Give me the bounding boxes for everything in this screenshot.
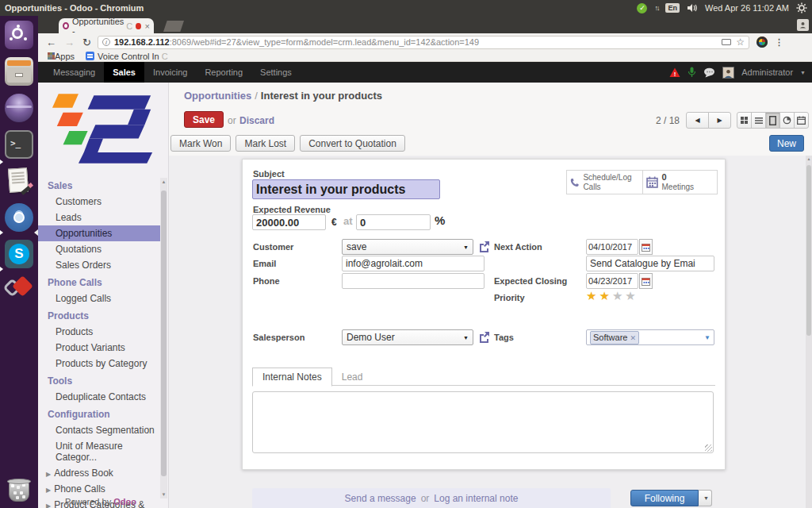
file-manager-icon[interactable] [5, 57, 33, 86]
update-status-icon[interactable]: ✓ [637, 3, 647, 13]
volume-icon[interactable] [687, 3, 698, 13]
pager-next-button[interactable]: ▶ [708, 112, 731, 129]
textarea-resize-handle[interactable] [705, 444, 712, 452]
expected-closing-date-input[interactable] [586, 273, 638, 289]
sidebar-item-products[interactable]: Products [38, 324, 163, 340]
next-action-datepicker-button[interactable] [639, 239, 653, 255]
session-gear-icon[interactable] [796, 2, 807, 13]
clock[interactable]: Wed Apr 26 11:02 AM [705, 3, 789, 13]
back-icon[interactable]: ← [46, 37, 56, 48]
sidebar-item-leads[interactable]: Leads [38, 210, 163, 225]
mark-won-button[interactable]: Mark Won [170, 135, 231, 152]
internal-notes-textarea[interactable] [252, 391, 714, 453]
trash-icon[interactable] [5, 476, 33, 505]
sidebar-item-product-variants[interactable]: Product Variants [38, 340, 163, 356]
nav-messaging[interactable]: Messaging [44, 62, 104, 83]
convert-to-quotation-button[interactable]: Convert to Quotation [300, 135, 405, 152]
scroll-up-icon[interactable]: ▲ [806, 156, 812, 161]
next-action-summary-input[interactable] [586, 256, 714, 271]
text-editor-icon[interactable] [5, 167, 33, 195]
salesperson-external-link-icon[interactable] [478, 331, 490, 343]
expected-closing-datepicker-button[interactable] [639, 273, 653, 289]
user-menu[interactable]: Administrator [741, 67, 793, 77]
meetings-button[interactable]: 0Meetings [642, 171, 718, 194]
sidebar-item-phone-calls[interactable]: ▶Phone Calls [38, 481, 163, 497]
scroll-down-icon[interactable]: ▼ [160, 492, 167, 497]
bookmark-voice-control[interactable]: Voice Control In [98, 52, 159, 61]
skype-icon[interactable]: S [5, 240, 33, 268]
customer-select[interactable]: save▼ [342, 239, 473, 255]
view-calendar-button[interactable] [794, 112, 809, 129]
nav-settings[interactable]: Settings [251, 62, 301, 83]
customer-external-link-icon[interactable] [478, 241, 490, 252]
nav-reporting[interactable]: Reporting [196, 62, 251, 83]
warning-icon[interactable]: ! [669, 67, 680, 78]
view-form-button[interactable] [765, 112, 780, 129]
reload-icon[interactable]: ↻ [82, 37, 91, 48]
save-button[interactable]: Save [184, 111, 224, 128]
browser-menu-icon[interactable]: ⋮ [775, 37, 783, 48]
url-bar[interactable]: i 192.168.2.112 :8069/web#id=27&view_typ… [98, 36, 749, 49]
network-arrows-icon[interactable]: ↑↓ [654, 4, 658, 12]
discard-link[interactable]: Discard [239, 115, 274, 126]
forward-icon[interactable]: → [64, 37, 75, 48]
sidebar-scrollbar[interactable]: ▲ ▼ [160, 178, 167, 498]
tab-internal-notes[interactable]: Internal Notes [252, 368, 332, 387]
mic-icon[interactable] [688, 67, 696, 78]
priority-stars[interactable]: ★★★★ [586, 289, 638, 303]
browser-profile-button[interactable] [797, 19, 809, 31]
eclipse-icon[interactable] [5, 94, 33, 122]
tags-caret-icon[interactable]: ▼ [704, 334, 710, 341]
avatar[interactable] [722, 67, 734, 79]
page-info-icon[interactable]: i [102, 38, 110, 46]
ubuntu-dash-icon[interactable] [5, 21, 33, 49]
next-action-date-input[interactable] [586, 239, 638, 255]
view-graph-button[interactable] [779, 112, 795, 129]
sidebar-item-quotations[interactable]: Quotations [38, 241, 163, 257]
view-kanban-button[interactable] [737, 112, 752, 129]
pager-prev-button[interactable]: ◀ [686, 112, 709, 129]
mark-lost-button[interactable]: Mark Lost [236, 135, 295, 152]
tags-field[interactable]: Software✕ ▼ [586, 329, 714, 345]
apps-label[interactable]: Apps [55, 52, 75, 61]
sidebar-item-deduplicate-contacts[interactable]: Deduplicate Contacts [38, 389, 163, 405]
sidebar-item-customers[interactable]: Customers [38, 194, 163, 210]
breadcrumb-opportunities[interactable]: Opportunities [184, 90, 251, 102]
expected-revenue-input[interactable] [252, 214, 326, 230]
media-route-icon[interactable] [722, 39, 731, 45]
chat-icon[interactable] [703, 67, 715, 78]
phone-input[interactable] [342, 273, 485, 289]
scroll-up-icon[interactable]: ▲ [160, 179, 167, 184]
salesperson-select[interactable]: Demo User▼ [342, 329, 473, 345]
view-list-button[interactable] [751, 112, 766, 129]
scrollbar-thumb[interactable] [161, 190, 167, 476]
terminal-icon[interactable]: >_ [5, 130, 33, 159]
nav-invoicing[interactable]: Invoicing [144, 62, 196, 83]
following-button[interactable]: Following [630, 490, 699, 506]
page-scrollbar[interactable]: ▲ [806, 156, 812, 508]
email-input[interactable] [342, 256, 485, 271]
log-internal-note-link[interactable]: Log an internal note [434, 493, 518, 504]
tab-lead[interactable]: Lead [332, 368, 373, 387]
sidebar-item-opportunities[interactable]: Opportunities [38, 225, 163, 241]
tag-remove-icon[interactable]: ✕ [630, 334, 636, 342]
odoo-brand[interactable]: Odoo [113, 497, 136, 506]
subject-input[interactable] [252, 179, 440, 199]
user-caret-icon[interactable]: ▼ [800, 70, 806, 75]
nav-sales[interactable]: Sales [104, 62, 144, 83]
sidebar-item-sales-orders[interactable]: Sales Orders [38, 257, 163, 273]
sidebar-item-contacts-segmentation[interactable]: Contacts Segmentation [38, 422, 163, 438]
keyboard-layout-badge[interactable]: En [665, 3, 680, 13]
success-rate-input[interactable] [356, 214, 431, 230]
sidebar-item-products-by-category[interactable]: Products by Category [38, 356, 163, 371]
chromium-icon[interactable] [5, 203, 33, 232]
tab-close-icon[interactable]: × [145, 21, 150, 31]
scrollbar-thumb[interactable] [806, 165, 811, 336]
sidebar-item-logged-calls[interactable]: Logged Calls [38, 291, 163, 306]
sidebar-item-uom-categories[interactable]: Unit of Measure Categor... [38, 438, 163, 465]
extension-icon[interactable] [756, 37, 768, 48]
new-button[interactable]: New [769, 135, 804, 152]
following-caret-button[interactable]: ▼ [699, 490, 712, 506]
card-game-icon[interactable] [5, 276, 33, 305]
schedule-log-calls-button[interactable]: Schedule/Log Calls [567, 171, 642, 194]
